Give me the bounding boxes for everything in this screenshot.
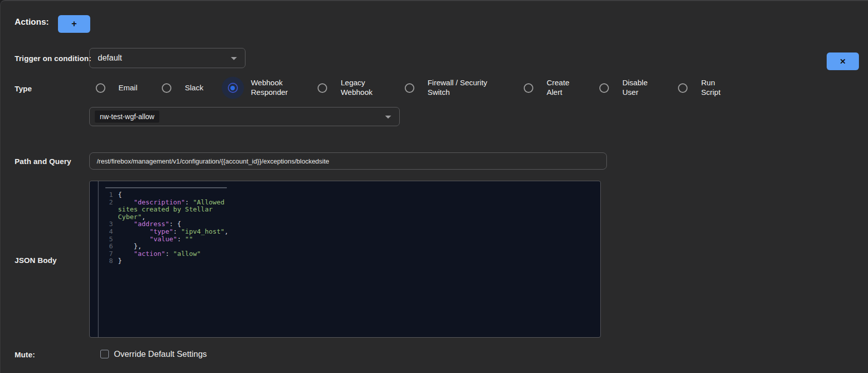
radio-button-icon[interactable] [398, 77, 420, 99]
actions-label: Actions: [15, 17, 49, 27]
path-and-query-input[interactable] [89, 152, 607, 170]
radio-option-label: Create Alert [546, 78, 575, 97]
override-default-settings-label: Override Default Settings [114, 349, 207, 359]
trigger-condition-value: default [98, 54, 122, 63]
code-line-content: "value": "" [118, 236, 230, 243]
code-line-content: } [118, 257, 230, 265]
radio-option-email[interactable]: Email [89, 77, 138, 99]
radio-option-label: Email [118, 83, 138, 93]
line-number: 2 [90, 199, 113, 221]
radio-option-firewall-security-switch[interactable]: Firewall / Security Switch [398, 77, 499, 99]
code-line: 5 "value": "" [90, 236, 600, 243]
chevron-down-icon [385, 116, 391, 119]
radio-option-label: Run Script [701, 78, 726, 97]
action-config-panel: Actions: + Trigger on condition: default… [0, 0, 868, 373]
radio-button-icon[interactable] [672, 77, 694, 99]
radio-option-label: Disable User [623, 78, 654, 97]
code-line-content: "description": "Allowed sites created by… [118, 199, 230, 221]
mute-label: Mute: [15, 350, 35, 359]
radio-button-icon[interactable] [312, 77, 334, 99]
line-number: 7 [90, 250, 113, 258]
responder-value-chip: nw-test-wgf-allow [95, 111, 159, 123]
remove-action-button[interactable]: ✕ [827, 52, 859, 70]
radio-option-slack[interactable]: Slack [156, 77, 204, 99]
add-action-button[interactable]: + [58, 15, 90, 33]
radio-button-icon[interactable] [156, 77, 178, 99]
type-radio-group: EmailSlackWebhook ResponderLegacy Webhoo… [89, 75, 726, 100]
code-lines: 1{2 "description": "Allowed sites create… [90, 191, 600, 265]
line-number: 4 [90, 228, 113, 236]
code-line: 7 "action": "allow" [90, 250, 600, 258]
code-line-content: "action": "allow" [118, 250, 230, 258]
chevron-down-icon [231, 57, 237, 60]
line-number: 5 [90, 236, 113, 243]
type-label: Type [15, 84, 32, 93]
code-line: 6 }, [90, 243, 600, 250]
json-body-label: JSON Body [15, 256, 56, 264]
editor-horizontal-scrollbar[interactable] [105, 187, 227, 188]
radio-option-legacy-webhook[interactable]: Legacy Webhook [312, 77, 380, 99]
radio-button-icon[interactable] [222, 77, 244, 99]
radio-option-run-script[interactable]: Run Script [672, 77, 726, 99]
line-number: 3 [90, 221, 113, 228]
override-default-settings-checkbox[interactable] [100, 350, 109, 358]
close-icon: ✕ [840, 57, 846, 66]
radio-button-icon[interactable] [89, 77, 111, 99]
path-and-query-label: Path and Query [15, 157, 71, 166]
json-body-editor[interactable]: 1{2 "description": "Allowed sites create… [89, 181, 601, 338]
radio-button-icon[interactable] [517, 77, 539, 99]
line-number: 1 [90, 191, 113, 199]
code-line: 8} [90, 257, 600, 265]
trigger-condition-label: Trigger on condition: [15, 54, 91, 63]
code-line-content: "address": { [118, 221, 230, 228]
line-number: 6 [90, 243, 113, 250]
code-line-content: { [118, 191, 230, 199]
radio-option-webhook-responder[interactable]: Webhook Responder [222, 77, 293, 99]
mute-row: Mute: Override Default Settings [1, 348, 868, 361]
line-number: 8 [90, 257, 113, 265]
plus-icon: + [72, 19, 77, 29]
code-line: 3 "address": { [90, 221, 600, 228]
responder-select[interactable]: nw-test-wgf-allow [89, 107, 400, 126]
code-line: 4 "type": "ipv4_host", [90, 228, 600, 236]
radio-button-icon[interactable] [593, 77, 615, 99]
code-line-content: "type": "ipv4_host", [118, 228, 230, 236]
code-line: 2 "description": "Allowed sites created … [90, 199, 600, 221]
radio-option-label: Legacy Webhook [341, 78, 380, 97]
radio-option-label: Firewall / Security Switch [427, 78, 499, 97]
radio-option-create-alert[interactable]: Create Alert [517, 77, 575, 99]
radio-option-label: Webhook Responder [251, 78, 293, 97]
trigger-condition-select[interactable]: default [89, 48, 245, 68]
radio-option-label: Slack [185, 83, 204, 93]
code-line-content: }, [118, 243, 230, 250]
code-line: 1{ [90, 191, 600, 199]
radio-option-disable-user[interactable]: Disable User [593, 77, 654, 99]
